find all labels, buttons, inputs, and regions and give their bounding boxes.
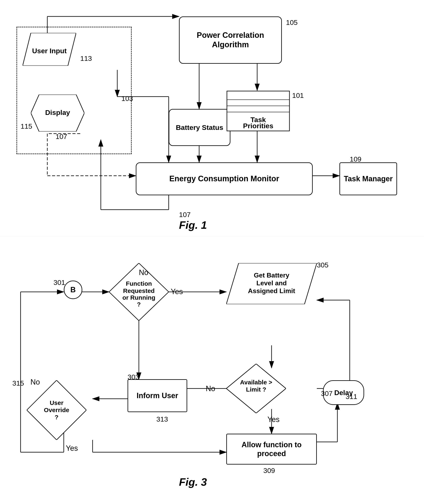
figure-1: User Input Display Battery Status Power …: [0, 0, 424, 236]
svg-text:User: User: [50, 399, 63, 406]
svg-text:Priorities: Priorities: [243, 122, 273, 130]
svg-text:Available >: Available >: [240, 379, 272, 386]
ref-103: 103: [121, 95, 133, 103]
svg-text:Limit ?: Limit ?: [246, 386, 266, 393]
ref-107b: 107: [179, 211, 191, 219]
task-priorities-box: Task Priorities: [226, 91, 290, 132]
no-label-2: No: [206, 384, 215, 393]
svg-text:Assigned Limit: Assigned Limit: [248, 287, 295, 295]
user-input-shape: User Input: [23, 33, 76, 66]
fig3-label: Fig. 3: [179, 476, 207, 488]
svg-text:Display: Display: [45, 109, 70, 116]
energy-monitor-box: Energy Consumption Monitor: [136, 162, 313, 195]
yes-label-1: Yes: [171, 287, 183, 296]
ref-313: 313: [156, 415, 168, 423]
inform-user-box: Inform User: [128, 379, 187, 412]
ref-315: 315: [12, 379, 24, 387]
no-label-3: No: [31, 378, 40, 386]
fig1-label: Fig. 1: [179, 219, 207, 231]
ref-115: 115: [21, 122, 32, 130]
b-circle: B: [64, 280, 82, 299]
svg-text:Get Battery: Get Battery: [254, 272, 289, 279]
allow-function-box: Allow function to proceed: [226, 434, 317, 465]
battery-status-box: Battery Status: [169, 109, 231, 146]
svg-text:Level and: Level and: [256, 279, 287, 287]
svg-text:Requested: Requested: [123, 287, 155, 294]
ref-109: 109: [350, 155, 362, 163]
svg-text:or Running: or Running: [122, 294, 155, 301]
ref-303: 303: [128, 373, 139, 381]
ref-107a: 107: [56, 133, 67, 141]
ref-309: 309: [263, 467, 275, 475]
display-shape: Display: [31, 95, 84, 132]
ref-305: 305: [317, 261, 329, 269]
get-battery-shape: Get Battery Level and Assigned Limit: [226, 263, 317, 304]
figure-3: B Function Requested or Running ? Get Ba…: [0, 236, 424, 504]
ref-311: 311: [346, 393, 357, 401]
fig3-arrows: [0, 236, 424, 504]
ref-301: 301: [54, 279, 65, 286]
yes-label-3: Yes: [66, 444, 78, 453]
no-label-1: No: [139, 268, 148, 277]
yes-label-2: Yes: [268, 415, 280, 424]
svg-text:?: ?: [55, 414, 58, 420]
ref-113: 113: [80, 55, 92, 62]
available-limit-diamond: Available > Limit ?: [226, 364, 286, 413]
svg-text:?: ?: [137, 301, 141, 308]
svg-text:Function: Function: [126, 280, 152, 287]
ref-101: 101: [292, 91, 304, 99]
ref-307: 307: [321, 389, 333, 398]
svg-text:User Input: User Input: [32, 47, 67, 55]
power-correlation-box: Power Correlation Algorithm: [179, 16, 282, 64]
ref-105: 105: [286, 18, 298, 26]
task-manager-box: Task Manager: [339, 162, 397, 195]
svg-text:Override: Override: [44, 407, 69, 413]
user-override-diamond: User Override ?: [27, 380, 86, 440]
